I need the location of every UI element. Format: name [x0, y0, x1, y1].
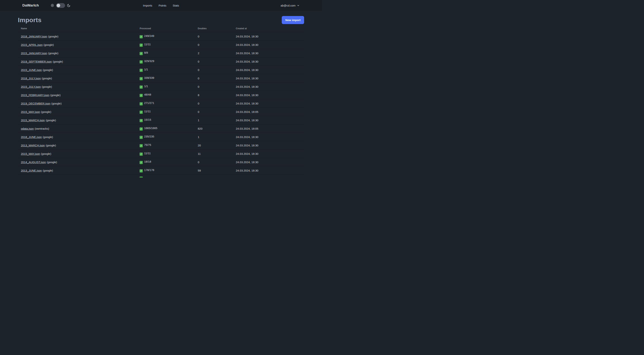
- processed-count: 329/329: [144, 59, 154, 63]
- imports-table-body: 2018_JANUARY.json(google) ✓249/249 0 24.…: [18, 32, 304, 175]
- success-check-icon: ✓: [140, 144, 143, 147]
- table-row: 2019_SEPTEMBER.json(google) ✓329/329 0 2…: [18, 57, 304, 66]
- table-row: 2013_JUNE.json(google) ✓178/178 59 24.03…: [18, 166, 304, 175]
- success-check-icon: ✓: [140, 94, 143, 97]
- doubles-count: 820: [195, 124, 233, 133]
- import-source: (google): [47, 161, 57, 164]
- name-cell: 2013_JUNE.json(google): [18, 166, 136, 175]
- created-at: 24.03.2024, 18:30: [233, 74, 304, 82]
- import-file-link[interactable]: 2019_DECEMBER.json: [21, 102, 50, 105]
- import-source: (google): [42, 77, 52, 80]
- import-file-link[interactable]: 2013_MARCH.json: [21, 144, 45, 147]
- imports-table: Name Processed Doubles Created at 2018_J…: [18, 25, 304, 177]
- success-check-icon: ✓: [140, 52, 143, 55]
- success-check-icon: ✓: [140, 85, 143, 89]
- processed-count: 235/235: [144, 135, 154, 138]
- nav-link-points[interactable]: Points: [158, 4, 166, 7]
- table-row: 2015_MAY.json(google) ✓11/11 11 24.03.20…: [18, 150, 304, 158]
- import-file-link[interactable]: 2015_MARCH.json: [21, 119, 45, 122]
- import-file-link[interactable]: 2019_SEPTEMBER.json: [21, 60, 52, 63]
- processed-count: 249/249: [144, 34, 154, 37]
- new-import-button[interactable]: New import: [282, 16, 304, 24]
- import-source: (google): [42, 85, 52, 88]
- import-source: (owntracks): [35, 127, 49, 130]
- processed-count: 11/11: [144, 110, 150, 113]
- doubles-count: 2: [195, 49, 233, 57]
- processed-count: 1665/1665: [144, 126, 157, 130]
- table-row: 2018_JUNE.json(google) ✓235/235 1 24.03.…: [18, 133, 304, 141]
- main-nav: Imports Points Stats: [143, 4, 179, 7]
- brand-logo[interactable]: DaWarIch: [22, 3, 39, 7]
- import-file-link[interactable]: 2015_FEBRUARY.json: [21, 93, 50, 97]
- imports-table-partial: ✓: [18, 175, 304, 178]
- import-file-link[interactable]: 2018_JULY.json: [21, 77, 41, 80]
- created-at: 24.03.2024, 18:05: [233, 108, 304, 116]
- success-check-icon: ✓: [140, 136, 143, 139]
- processed-cell: ✓339/339: [136, 74, 195, 82]
- success-check-icon: ✓: [140, 119, 143, 122]
- success-check-icon: ✓: [140, 111, 143, 114]
- created-at: 24.03.2024, 18:30: [233, 91, 304, 99]
- created-at: 24.03.2024, 18:05: [233, 124, 304, 133]
- table-row: 2015_FEBRUARY.json(google) ✓48/48 8 24.0…: [18, 91, 304, 99]
- user-email: ab@cd.com: [281, 4, 296, 7]
- name-cell: 2015_JUNE.json(google): [18, 66, 136, 74]
- import-file-link[interactable]: 2014_AUGUST.json: [21, 161, 46, 164]
- import-file-link[interactable]: 2018_JANUARY.json: [21, 35, 47, 38]
- doubles-count: 20: [195, 141, 233, 150]
- page-title: Imports: [18, 16, 42, 24]
- import-file-link[interactable]: 2015_JANUARY.json: [21, 52, 47, 55]
- nav-link-stats[interactable]: Stats: [173, 4, 179, 7]
- processed-cell: ✓249/249: [136, 32, 195, 41]
- table-row: 2015_APRIL.json(google) ✓11/11 0 24.03.2…: [18, 41, 304, 49]
- name-cell: 2019_DECEMBER.json(google): [18, 99, 136, 108]
- processed-cell: ✓48/48: [136, 91, 195, 99]
- sun-icon: [50, 3, 54, 7]
- doubles-count: 0: [195, 158, 233, 166]
- processed-cell: ✓75/75: [136, 141, 195, 150]
- processed-count: 1/1: [144, 68, 148, 71]
- import-file-link[interactable]: odata.json: [21, 127, 34, 130]
- import-source: (google): [46, 119, 56, 122]
- created-at: 24.03.2024, 18:30: [233, 57, 304, 66]
- table-row: 2015_MARCH.json(google) ✓15/15 1 24.03.2…: [18, 116, 304, 124]
- created-at: 24.03.2024, 18:30: [233, 82, 304, 91]
- processed-count: 75/75: [144, 143, 151, 146]
- moon-icon: [67, 4, 70, 7]
- doubles-count: 0: [195, 32, 233, 41]
- user-menu[interactable]: ab@cd.com: [281, 4, 300, 7]
- name-cell: 2015_JULY.json(google): [18, 82, 136, 91]
- import-file-link[interactable]: 2015_JUNE.json: [21, 68, 42, 71]
- doubles-count: 8: [195, 91, 233, 99]
- column-header-doubles: Doubles: [195, 25, 233, 32]
- doubles-count: 0: [195, 66, 233, 74]
- created-at: 24.03.2024, 18:30: [233, 141, 304, 150]
- import-file-link[interactable]: 2013_JUNE.json: [21, 169, 42, 172]
- processed-cell: ✓11/11: [136, 150, 195, 158]
- import-file-link[interactable]: 2018_JUNE.json: [21, 135, 42, 139]
- import-file-link[interactable]: 2015_JULY.json: [21, 85, 41, 88]
- name-cell: 2015_FEBRUARY.json(google): [18, 91, 136, 99]
- processed-cell: ✓18/18: [136, 158, 195, 166]
- name-cell: 2014_AUGUST.json(google): [18, 158, 136, 166]
- import-source: (google): [43, 169, 53, 172]
- name-cell: 2015_MAY.json(google): [18, 150, 136, 158]
- table-row: 2015_JULY.json(google) ✓1/1 0 24.03.2024…: [18, 82, 304, 91]
- success-check-icon: ✓: [140, 60, 143, 63]
- table-row: 2019_DECEMBER.json(google) ✓271/271 0 24…: [18, 99, 304, 108]
- name-cell: 2018_JULY.json(google): [18, 74, 136, 82]
- import-file-link[interactable]: 2015_MAY.json: [21, 110, 40, 113]
- import-file-link[interactable]: 2015_APRIL.json: [21, 43, 43, 46]
- import-source: (google): [53, 60, 63, 63]
- created-at: 24.03.2024, 18:30: [233, 116, 304, 124]
- import-file-link[interactable]: 2015_MAY.json: [21, 152, 40, 155]
- nav-link-imports[interactable]: Imports: [143, 4, 152, 7]
- name-cell: 2015_JANUARY.json(google): [18, 49, 136, 57]
- theme-toggle[interactable]: [56, 3, 65, 8]
- toggle-knob: [57, 4, 60, 7]
- doubles-count: 0: [195, 99, 233, 108]
- processed-count: 18/18: [144, 160, 151, 163]
- created-at: 24.03.2024, 18:30: [233, 133, 304, 141]
- success-check-icon: ✓: [140, 102, 143, 105]
- created-at: 24.03.2024, 18:30: [233, 66, 304, 74]
